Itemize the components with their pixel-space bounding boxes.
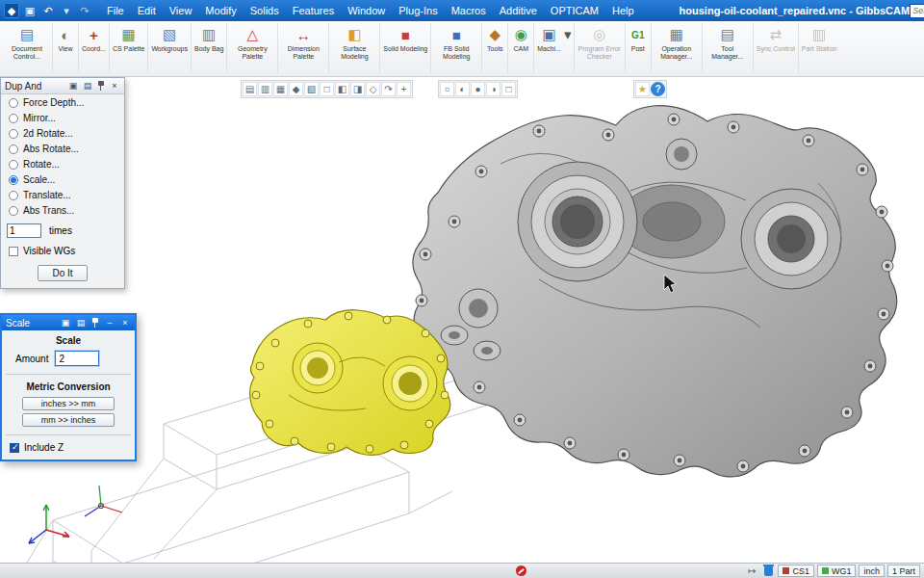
do-it-button[interactable]: Do It (38, 265, 87, 281)
tools-button[interactable]: ◆ Tools (483, 24, 506, 54)
operation-manager-button[interactable]: ▦ Operation Manager... (653, 24, 701, 63)
pin-icon[interactable] (90, 317, 100, 328)
times-input[interactable] (7, 223, 41, 238)
align-view-to-cs-icon[interactable]: ◇ (366, 82, 380, 96)
inches-to-mm-button[interactable]: inches >> mm (22, 397, 115, 410)
machining-button[interactable]: ▣ Machi... (535, 24, 563, 54)
menu-features[interactable]: Features (286, 5, 341, 16)
menu-help[interactable]: Help (605, 5, 641, 16)
option-abs-trans[interactable]: Abs Trans... (1, 202, 124, 218)
mm-to-inches-button[interactable]: mm >> inches (22, 413, 115, 427)
viewport-canvas[interactable] (0, 77, 924, 563)
redo-icon[interactable]: ↷ (77, 3, 92, 18)
search-box[interactable] (910, 4, 924, 18)
radio-icon[interactable] (9, 114, 18, 123)
wireframe-display-icon[interactable]: ○ (440, 82, 454, 96)
radio-selected-icon[interactable] (9, 175, 18, 185)
option-mirror[interactable]: Mirror... (1, 110, 124, 125)
app-icon[interactable]: ◆ (4, 3, 19, 18)
menu-macros[interactable]: Macros (445, 5, 493, 16)
part-station-button[interactable]: ▥ Part Station (800, 24, 839, 54)
wg-indicator[interactable]: WG1 (817, 565, 857, 577)
shaded-display-icon[interactable]: ● (471, 82, 485, 96)
help-icon[interactable]: ? (651, 82, 665, 96)
view-iso-icon[interactable]: ◆ (289, 82, 303, 96)
menu-plugins[interactable]: Plug-Ins (392, 5, 444, 16)
option-abs-rotate[interactable]: Abs Rotate... (1, 141, 124, 156)
geometry-palette-button[interactable]: △ Geometry Palette (228, 24, 276, 63)
facet-display-icon[interactable]: □ (501, 82, 516, 96)
tips-icon[interactable]: ★ (635, 82, 650, 96)
hidden-line-display-icon[interactable]: ◐ (455, 82, 470, 96)
cs-palette-button[interactable]: ▦ CS Palette (111, 24, 146, 54)
rotate-view-icon[interactable]: ↷ (381, 82, 396, 96)
float-window-icon[interactable]: ▣ (60, 317, 71, 328)
post-button[interactable]: G1 Post (627, 24, 650, 54)
fb-solid-modeling-button[interactable]: ■ FB Solid Modeling (432, 24, 480, 63)
amount-input[interactable] (55, 351, 99, 366)
document-control-button[interactable]: ▤ Document Control... (3, 24, 51, 63)
machining-dropdown[interactable]: ▾ (563, 24, 573, 45)
scale-palette-titlebar[interactable]: Scale ▣ ▤ – × (2, 315, 135, 330)
option-translate[interactable]: Translate... (1, 187, 124, 202)
unit-indicator[interactable]: inch (859, 565, 885, 577)
include-z-checkbox[interactable] (10, 443, 19, 453)
surface-modeling-button[interactable]: ◧ Surface Modeling (330, 24, 378, 63)
view-right-icon[interactable]: ▦ (273, 82, 288, 96)
include-z-row[interactable]: Include Z (2, 437, 135, 460)
radio-icon[interactable] (9, 206, 18, 216)
view-top-icon[interactable]: ▤ (243, 82, 257, 96)
menu-additive[interactable]: Additive (493, 5, 544, 16)
cs-indicator[interactable]: CS1 (778, 565, 814, 577)
dup-and-palette-titlebar[interactable]: Dup And ▣ ▤ × (1, 78, 124, 94)
menu-edit[interactable]: Edit (131, 5, 163, 16)
cam-button[interactable]: ◉ CAM (509, 24, 532, 54)
cs-plane-yz-icon[interactable]: ◨ (350, 82, 365, 96)
workgroups-button[interactable]: ▧ Workgroups (149, 24, 190, 54)
menu-view[interactable]: View (163, 5, 199, 16)
body-bag-button[interactable]: ▥ Body Bag (192, 24, 225, 54)
solid-modeling-button[interactable]: ■ Solid Modeling (381, 24, 429, 54)
option-force-depth[interactable]: Force Depth... (1, 94, 124, 110)
gray-housing-part[interactable] (413, 106, 897, 477)
cs-plane-xz-icon[interactable]: ◧ (335, 82, 349, 96)
jump-to-end-icon[interactable]: ↦ (745, 565, 758, 577)
menu-file[interactable]: File (100, 5, 131, 16)
pin-icon[interactable] (96, 80, 106, 92)
menu-window[interactable]: Window (341, 5, 392, 16)
minimize-icon[interactable]: – (104, 317, 116, 328)
radio-icon[interactable] (9, 144, 18, 154)
undo-history-caret-icon[interactable]: ▾ (59, 3, 74, 18)
radio-icon[interactable] (9, 191, 18, 200)
visible-wgs-checkbox[interactable] (9, 247, 18, 256)
menu-modify[interactable]: Modify (198, 5, 243, 16)
radio-icon[interactable] (9, 160, 18, 170)
view-back-icon[interactable]: ▧ (304, 82, 319, 96)
search-input[interactable] (912, 6, 924, 15)
menu-opticam[interactable]: OPTICAM (544, 5, 605, 16)
view-front-icon[interactable]: ▥ (258, 82, 272, 96)
transparent-display-icon[interactable]: ◑ (486, 82, 500, 96)
tool-manager-button[interactable]: ▤ Tool Manager... (704, 24, 752, 63)
sync-control-button[interactable]: ⇄ Sync Control (755, 24, 797, 54)
save-icon[interactable]: ▣ (22, 3, 38, 18)
option-scale[interactable]: Scale... (1, 171, 124, 187)
coord-button[interactable]: + Coord... (80, 24, 108, 54)
yellow-scaled-part[interactable] (250, 310, 450, 456)
float-window-icon[interactable]: ▣ (67, 80, 79, 92)
view-button[interactable]: ◐ View (54, 24, 77, 54)
close-icon[interactable]: × (109, 80, 120, 92)
cs-plane-xy-icon[interactable]: □ (320, 82, 334, 96)
program-error-checker-button[interactable]: ◎ Program Error Checker (576, 24, 624, 63)
option-2d-rotate[interactable]: 2d Rotate... (1, 125, 124, 141)
zoom-fit-icon[interactable]: + (397, 82, 411, 96)
undo-icon[interactable]: ↶ (40, 3, 56, 18)
close-icon[interactable]: × (119, 317, 131, 328)
radio-icon[interactable] (9, 129, 18, 139)
dock-window-icon[interactable]: ▤ (75, 317, 87, 328)
radio-icon[interactable] (9, 98, 18, 108)
dock-window-icon[interactable]: ▤ (82, 80, 93, 92)
trash-icon[interactable] (761, 565, 775, 577)
menu-solids[interactable]: Solids (244, 5, 286, 16)
visible-wgs-row[interactable]: Visible WGs (1, 240, 124, 258)
